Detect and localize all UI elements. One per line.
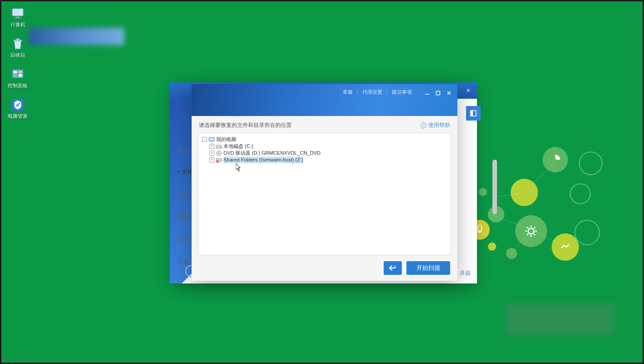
parent-side-button[interactable]: [466, 106, 481, 121]
control-panel-icon: [10, 67, 25, 81]
help-link[interactable]: ? 使用帮助: [421, 121, 450, 129]
collapse-icon[interactable]: −: [202, 137, 207, 142]
expand-icon[interactable]: +: [209, 157, 214, 162]
svg-rect-3: [14, 40, 22, 41]
maximize-button[interactable]: [434, 89, 442, 97]
svg-line-26: [479, 229, 497, 247]
svg-rect-11: [478, 225, 482, 233]
obscured-region: [29, 28, 124, 45]
wallpaper-decoration: [461, 129, 624, 293]
svg-line-27: [511, 231, 529, 254]
svg-line-19: [534, 234, 535, 235]
recovery-dialog: 客服 代理设置 建议事项 请选择要恢复的文件和目录所在的位置 ? 使用帮助: [192, 84, 457, 281]
svg-rect-29: [471, 111, 473, 116]
minimize-button[interactable]: [423, 89, 431, 97]
svg-rect-8: [14, 74, 17, 77]
computer-icon: [10, 6, 25, 20]
svg-rect-31: [436, 91, 440, 95]
svg-line-20: [527, 234, 528, 235]
back-button[interactable]: [384, 261, 402, 275]
tree-node-drive-c[interactable]: + 本地磁盘 (C:): [209, 143, 449, 150]
svg-rect-1: [16, 17, 20, 18]
help-icon: ?: [421, 122, 426, 128]
close-button[interactable]: [445, 89, 453, 97]
disk-icon: [216, 143, 222, 150]
scan-button-label: 开始扫描: [416, 264, 440, 272]
desktop-icon-control-panel[interactable]: 控制面板: [8, 67, 28, 89]
location-tree[interactable]: − 我的电脑 + 本地磁盘 (C:) + DVD 驱动器 (D:) GRMCEN…: [198, 133, 451, 255]
svg-point-13: [528, 228, 534, 234]
svg-rect-4: [16, 39, 20, 40]
dvd-icon: [216, 150, 222, 157]
dialog-prompt: 请选择要恢复的文件和目录所在的位置: [199, 121, 292, 129]
svg-point-12: [479, 230, 481, 232]
svg-line-24: [492, 215, 529, 229]
svg-rect-9: [19, 74, 22, 77]
desktop-icon-label: 计算机: [10, 21, 25, 28]
desktop: 计算机 回收站 控制面板 电脑管家: [1, 1, 643, 363]
tree-label: 我的电脑: [216, 136, 236, 143]
expand-icon[interactable]: +: [209, 151, 214, 156]
svg-point-39: [218, 152, 220, 154]
svg-rect-7: [19, 71, 22, 74]
desktop-icon-label: 回收站: [10, 52, 25, 59]
header-link-suggest[interactable]: 建议事项: [387, 89, 416, 96]
desktop-icons: 计算机 回收站 控制面板 电脑管家: [8, 6, 28, 120]
dialog-header-links: 客服 代理设置 建议事项: [338, 89, 416, 96]
dialog-footer: 开始扫描: [192, 255, 457, 281]
dialog-titlebar: 客服 代理设置 建议事项: [192, 84, 457, 116]
start-scan-button[interactable]: 开始扫描: [406, 261, 450, 275]
desktop-icon-label: 控制面板: [8, 82, 28, 89]
svg-rect-34: [209, 137, 214, 141]
tree-node-drive-z[interactable]: + Shared Folders (\\vmware-host) (Z:): [209, 157, 449, 163]
computer-icon: [208, 136, 215, 143]
back-arrow-icon: [389, 265, 397, 271]
desktop-icon-pc-manager[interactable]: 电脑管家: [8, 97, 28, 120]
svg-rect-35: [211, 142, 213, 142]
svg-line-21: [534, 227, 535, 228]
svg-line-18: [527, 227, 528, 228]
recycle-bin-icon: [10, 36, 25, 51]
svg-rect-0: [12, 9, 23, 16]
help-label: 使用帮助: [428, 121, 450, 129]
desktop-icon-computer[interactable]: 计算机: [8, 6, 28, 28]
svg-rect-2: [14, 18, 21, 19]
svg-line-25: [529, 229, 565, 247]
svg-line-22: [497, 192, 524, 197]
tree-label: Shared Folders (\\vmware-host) (Z:): [223, 157, 303, 163]
tree-node-drive-d[interactable]: + DVD 驱动器 (D:) GRMCENXVOL_CN_DVD: [209, 150, 449, 157]
tree-label: DVD 驱动器 (D:) GRMCENXVOL_CN_DVD: [223, 150, 320, 157]
pc-manager-icon: [10, 97, 25, 112]
tree-label: 本地磁盘 (C:): [223, 143, 253, 150]
obscured-region: [506, 303, 615, 335]
close-button[interactable]: ✕: [463, 86, 473, 96]
scrollbar[interactable]: [492, 160, 497, 214]
desktop-icon-recycle[interactable]: 回收站: [8, 36, 28, 59]
svg-point-37: [220, 147, 221, 148]
expand-icon[interactable]: +: [209, 144, 214, 149]
cursor-icon: [236, 163, 241, 172]
dialog-content: 请选择要恢复的文件和目录所在的位置 ? 使用帮助 − 我的电脑 + 本地磁盘 (…: [192, 116, 457, 255]
network-drive-icon: [216, 157, 222, 163]
tree-node-root[interactable]: − 我的电脑: [202, 136, 449, 143]
header-link-support[interactable]: 客服: [338, 89, 357, 96]
desktop-icon-label: 电脑管家: [8, 113, 28, 120]
window-controls: [423, 89, 453, 97]
parent-footer-text: 具箱: [460, 269, 471, 277]
svg-rect-6: [14, 71, 17, 74]
svg-line-23: [524, 161, 556, 192]
header-link-proxy[interactable]: 代理设置: [358, 89, 387, 96]
